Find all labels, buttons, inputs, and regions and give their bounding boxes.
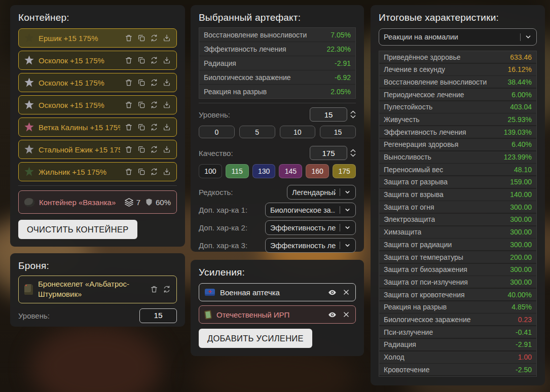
visibility-icon[interactable] [328, 288, 337, 297]
delete-icon[interactable] [125, 168, 133, 176]
duplicate-icon[interactable] [137, 79, 145, 87]
refresh-icon[interactable] [150, 168, 158, 176]
extra-stat-select[interactable]: Эффективность ле... [265, 238, 356, 253]
quality-preset-button[interactable]: 175 [333, 164, 356, 178]
artifact-item-actions [125, 168, 171, 176]
anomaly-filter-select[interactable]: Реакции на аномалии [379, 28, 537, 46]
artifact-icon [24, 33, 34, 43]
duplicate-icon[interactable] [137, 101, 145, 109]
stat-value: 40.00% [508, 291, 532, 299]
artifact-item[interactable]: Жильник +15 175% [18, 162, 177, 181]
delete-icon[interactable] [125, 34, 133, 42]
chevron-down-icon [344, 189, 351, 195]
chevron-down-icon[interactable] [350, 115, 356, 119]
refresh-icon[interactable] [163, 285, 171, 293]
duplicate-icon[interactable] [137, 56, 145, 64]
stat-row: Реакция на разрыв 4.85% [379, 301, 536, 313]
quality-preset-button[interactable]: 130 [252, 164, 276, 178]
artifact-item[interactable]: Осколок +15 175% [18, 51, 177, 70]
boost-item[interactable]: Военная аптечка [199, 283, 356, 301]
rarity-row: Редкость: Легендарный [199, 185, 356, 200]
artifact-item[interactable]: Осколок +15 175% [18, 95, 177, 114]
quality-spinner[interactable]: 175 [310, 146, 356, 160]
duplicate-icon[interactable] [137, 34, 145, 42]
extra-stat-select[interactable]: Эффективность ле... [265, 220, 356, 235]
delete-icon[interactable] [125, 101, 133, 109]
level-preset-button[interactable]: 0 [199, 126, 235, 138]
refresh-icon[interactable] [150, 56, 158, 64]
level-input[interactable]: 15 [310, 107, 347, 122]
refresh-icon[interactable] [150, 123, 158, 131]
duplicate-icon[interactable] [137, 123, 145, 131]
armor-level-row: Уровень: 15 [18, 308, 177, 323]
refresh-icon[interactable] [150, 145, 158, 153]
delete-icon[interactable] [125, 79, 133, 87]
container-item[interactable]: Контейнер «Вязанка» 7 60% [18, 190, 177, 214]
chevron-down-icon [344, 207, 351, 213]
quality-preset-button[interactable]: 160 [306, 164, 329, 178]
save-icon[interactable] [163, 56, 171, 64]
stat-label: Эффективность лечения [384, 128, 466, 136]
level-preset-button[interactable]: 10 [280, 126, 316, 138]
rarity-select[interactable]: Легендарный [287, 185, 356, 200]
level-preset-button[interactable]: 15 [320, 126, 356, 138]
stat-value: -6.92 [335, 73, 351, 82]
boost-item[interactable]: Отечественный ИРП [199, 305, 356, 324]
quality-preset-button[interactable]: 145 [279, 164, 302, 178]
refresh-icon[interactable] [150, 101, 158, 109]
artifact-item[interactable]: Осколок +15 175% [18, 73, 177, 92]
quality-preset-button[interactable]: 115 [226, 164, 249, 178]
add-boost-button[interactable]: ДОБАВИТЬ УСИЛЕНИЕ [199, 329, 312, 348]
delete-icon[interactable] [125, 56, 133, 64]
stat-value: 403.04 [510, 103, 532, 111]
save-icon[interactable] [163, 34, 171, 42]
level-spinner[interactable]: 15 [310, 107, 356, 122]
stat-row: Эффективность лечения 22.30% [199, 42, 355, 56]
remove-icon[interactable] [343, 289, 350, 296]
stat-row: Реакция на разрыв 2.05% [199, 85, 355, 98]
chevron-up-icon[interactable] [350, 110, 356, 114]
quality-preset-button[interactable]: 100 [199, 164, 222, 178]
bundle-icon [24, 198, 34, 207]
artifact-item[interactable]: Ветка Калины +15 175% [18, 117, 177, 137]
save-icon[interactable] [163, 168, 171, 176]
save-icon[interactable] [163, 101, 171, 109]
artifact-item[interactable]: Стальной Ежик +15 175% [18, 140, 177, 159]
delete-icon[interactable] [125, 123, 133, 131]
stat-label: Лечение в секунду [384, 65, 445, 73]
refresh-icon[interactable] [150, 34, 158, 42]
stat-label: Переносимый вес [384, 166, 443, 174]
save-icon[interactable] [163, 123, 171, 131]
stat-row: Защита от огня 300.00 [379, 201, 536, 213]
extra-stat-select[interactable]: Биологическое за... [265, 203, 356, 217]
artifact-item[interactable]: Ершик +15 175% [18, 28, 177, 48]
save-icon[interactable] [163, 79, 171, 87]
remove-icon[interactable] [343, 311, 350, 318]
delete-icon[interactable] [150, 285, 158, 293]
armor-level-input[interactable]: 15 [139, 308, 177, 323]
protection-value: 60% [156, 198, 171, 207]
armor-panel: Броня: Бронескелет «Альбатрос-Штурмовик»… [10, 253, 185, 327]
extra-stat-select-value: Биологическое за... [270, 206, 336, 214]
extra-stat-label: Доп. хар-ка 1: [199, 206, 247, 214]
stat-row: Радиация -2.91 [379, 339, 536, 350]
artifact-stats-list: Восстановление выносливости 7.05% Эффект… [199, 27, 356, 99]
stat-row: Биологическое заражение -6.92 [199, 70, 355, 84]
stat-value: 6.00% [511, 91, 532, 99]
duplicate-icon[interactable] [137, 145, 145, 153]
clear-container-button[interactable]: ОЧИСТИТЬ КОНТЕЙНЕР [18, 220, 137, 239]
visibility-icon[interactable] [328, 310, 337, 319]
delete-icon[interactable] [125, 145, 133, 153]
chevron-up-icon[interactable] [350, 149, 356, 152]
save-icon[interactable] [163, 145, 171, 153]
stat-value: 16.12% [508, 65, 532, 73]
armor-item[interactable]: Бронескелет «Альбатрос-Штурмовик» [18, 276, 177, 303]
chevron-down-icon[interactable] [350, 153, 356, 157]
level-preset-button[interactable]: 5 [239, 126, 275, 138]
refresh-icon[interactable] [150, 79, 158, 87]
select-divider [340, 242, 340, 249]
duplicate-icon[interactable] [137, 168, 145, 176]
container-divider [18, 185, 177, 186]
quality-input[interactable]: 175 [310, 146, 347, 160]
stat-label: Реакция на разрыв [384, 303, 447, 311]
